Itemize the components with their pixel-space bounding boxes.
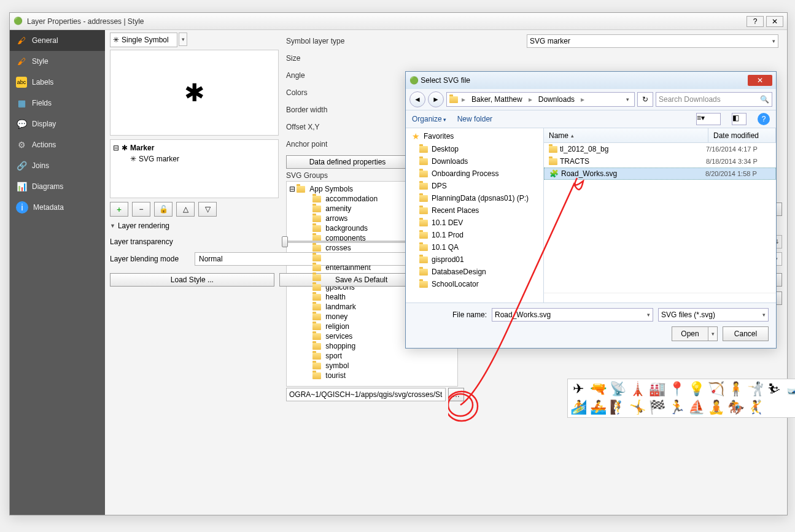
file-open-dialog: 🟢 Select SVG file ✕ ◄ ► ▸ Baker, Matthew… — [405, 71, 777, 349]
symbol-preview: ✱ — [110, 50, 279, 136]
symbol-layer-tree[interactable]: ⊟✱Marker ✳SVG marker — [110, 139, 279, 198]
symbolizer-combo[interactable]: ✳Single Symbol — [110, 33, 177, 47]
nav-item[interactable]: Desktop — [406, 143, 543, 155]
sidebar: 🖌General 🖌Style abcLabels ▦Fields 💬Displ… — [10, 30, 105, 515]
fields-icon: ▦ — [16, 98, 27, 109]
data-defined-button[interactable]: Data defined properties — [286, 155, 409, 169]
browse-svg-button[interactable]: … — [448, 388, 464, 401]
help-icon[interactable]: ? — [758, 113, 770, 125]
nav-favorites[interactable]: ★Favorites — [406, 129, 543, 143]
remove-layer-button[interactable]: − — [132, 202, 150, 217]
nav-item[interactable]: 10.1 DEV — [406, 217, 543, 229]
breadcrumb[interactable]: ▸ Baker, Matthew ▸ Downloads ▸ ▾ — [446, 92, 635, 107]
file-row[interactable]: TRACTS8/18/2014 3:34 P — [544, 155, 776, 168]
star-icon: ★ — [412, 131, 420, 141]
expand-icon[interactable]: ⊟ — [289, 185, 295, 193]
close-button[interactable]: ✕ — [748, 75, 772, 86]
joins-icon: 🔗 — [16, 160, 27, 171]
file-name-input[interactable]: Road_Works.svg▾ — [492, 308, 653, 322]
titlebar: 🟢 Layer Properties - addresses | Style ?… — [10, 13, 787, 30]
chevron-down-icon: ▾ — [772, 38, 775, 44]
folder-icon — [297, 186, 305, 193]
nav-item[interactable]: PlanningData (dpsnas01) (P:) — [406, 192, 543, 204]
collapse-icon[interactable]: ▼ — [110, 223, 115, 229]
load-style-button[interactable]: Load Style ... — [110, 273, 274, 287]
search-icon: 🔍 — [760, 95, 769, 104]
view-button[interactable]: ≡▾ — [696, 113, 721, 125]
svg-group-item[interactable]: symbol — [289, 361, 455, 371]
metadata-icon: i — [16, 201, 28, 214]
add-layer-button[interactable]: ＋ — [110, 202, 128, 217]
nav-item[interactable]: 10.1 Prod — [406, 229, 543, 241]
help-button[interactable]: ? — [747, 16, 764, 27]
open-button[interactable]: Open▾ — [672, 326, 718, 341]
nav-item[interactable]: Recent Places — [406, 204, 543, 217]
forward-button[interactable]: ► — [428, 91, 444, 107]
file-type-combo[interactable]: SVG files (*.svg)▾ — [658, 308, 769, 322]
diagrams-icon: 📊 — [16, 181, 27, 192]
horizontal-scrollbar[interactable] — [544, 293, 776, 303]
style-icon: 🖌 — [16, 56, 27, 67]
file-row[interactable]: 🧩Road_Works.svg8/20/2014 1:58 P — [544, 168, 776, 180]
cancel-button[interactable]: Cancel — [723, 326, 769, 341]
display-icon: 💬 — [16, 118, 27, 129]
sidebar-item-style[interactable]: 🖌Style — [10, 51, 105, 72]
app-icon: 🟢 — [14, 17, 23, 26]
symbolizer-dropdown[interactable]: ▾ — [179, 33, 187, 46]
window-title: Layer Properties - addresses | Style — [27, 17, 747, 26]
sidebar-item-joins[interactable]: 🔗Joins — [10, 155, 105, 176]
sidebar-item-general[interactable]: 🖌General — [10, 30, 105, 51]
sidebar-item-actions[interactable]: ⚙Actions — [10, 134, 105, 155]
move-down-button[interactable]: ▽ — [198, 202, 217, 217]
chevron-down-icon: ▾ — [182, 36, 185, 42]
nav-item[interactable]: DPS — [406, 180, 543, 192]
preview-pane-button[interactable]: ◧ — [732, 113, 747, 125]
rendering-header: Layer rendering — [118, 222, 169, 230]
sidebar-item-fields[interactable]: ▦Fields — [10, 93, 105, 114]
nav-item[interactable]: DatabaseDesign — [406, 266, 543, 278]
sidebar-item-display[interactable]: 💬Display — [10, 114, 105, 134]
sidebar-item-labels[interactable]: abcLabels — [10, 72, 105, 93]
back-button[interactable]: ◄ — [409, 91, 425, 107]
svg-group-item[interactable]: tourist — [289, 371, 455, 380]
folder-icon — [449, 96, 458, 103]
star-preview-icon: ✱ — [184, 79, 205, 107]
close-button[interactable]: ✕ — [766, 16, 783, 27]
single-symbol-icon: ✳ — [113, 36, 119, 44]
marker-icon: ✱ — [122, 144, 128, 152]
collapse-icon[interactable]: ⊟ — [113, 144, 119, 152]
svg-group-item[interactable]: sport — [289, 351, 455, 361]
actions-icon: ⚙ — [16, 139, 27, 150]
nav-item[interactable]: 10.1 QA — [406, 241, 543, 253]
nav-item[interactable]: SchoolLocator — [406, 278, 543, 290]
layer-type-combo[interactable]: SVG marker▾ — [527, 34, 778, 48]
nav-item[interactable]: Onboarding Process — [406, 168, 543, 180]
sidebar-item-metadata[interactable]: iMetadata — [10, 197, 105, 218]
file-dialog-title: Select SVG file — [421, 76, 748, 85]
refresh-button[interactable]: ↻ — [637, 92, 653, 107]
file-list-header[interactable]: Name▴ Date modified — [544, 128, 776, 143]
svg-image-list[interactable]: ✈🔫📡🗼🏭📍💡🏹🧍🤺⛷🎿🏌🤼 🏊🏄🚣🧗🤸🏁🏃⛵🧘🏇🤾 — [567, 379, 795, 418]
new-folder-button[interactable]: New folder — [457, 115, 492, 123]
svg-marker-icon: ✳ — [130, 155, 136, 163]
app-icon: 🟢 — [409, 76, 419, 85]
move-up-button[interactable]: △ — [176, 202, 195, 217]
lock-button[interactable]: 🔓 — [154, 202, 173, 217]
search-input[interactable]: Search Downloads🔍 — [656, 92, 772, 107]
file-row[interactable]: tl_2012_08_bg7/16/2014 4:17 P — [544, 143, 776, 155]
organize-menu[interactable]: Organize▾ — [412, 115, 446, 123]
svg-path-input[interactable] — [286, 388, 446, 401]
labels-icon: abc — [16, 77, 27, 88]
nav-pane[interactable]: ★Favorites DesktopDownloadsOnboarding Pr… — [406, 128, 544, 303]
sidebar-item-diagrams[interactable]: 📊Diagrams — [10, 176, 105, 197]
file-name-label: File name: — [413, 310, 487, 319]
general-icon: 🖌 — [16, 35, 27, 46]
nav-item[interactable]: gisprod01 — [406, 253, 543, 266]
nav-item[interactable]: Downloads — [406, 155, 543, 168]
